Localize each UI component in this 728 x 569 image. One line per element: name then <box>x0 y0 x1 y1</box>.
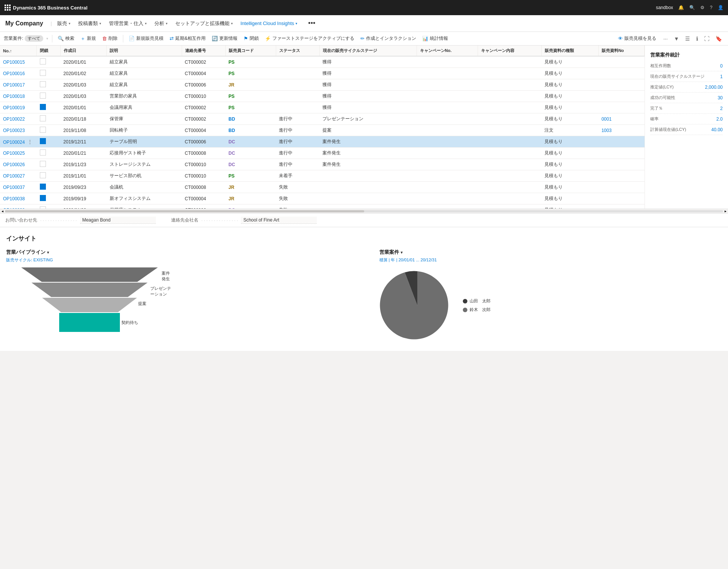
update-button[interactable]: 🔄 更新情報 <box>209 33 241 44</box>
company-name[interactable]: My Company <box>5 20 43 27</box>
closed-checkbox[interactable] <box>40 127 46 133</box>
list-view-icon[interactable]: ☰ <box>683 36 692 42</box>
app-logo[interactable]: Dynamics 365 Business Central <box>5 5 88 11</box>
table-row[interactable]: OP100019 2020/01/01 会議用家具 CT000002 PS 獲得… <box>0 102 645 113</box>
nav-item-mgmt[interactable]: 管理営業・仕入 ▾ <box>105 15 151 32</box>
table-row[interactable]: OP100016 2020/01/02 組立家具 CT000004 PS 獲得 … <box>0 68 645 79</box>
table-row[interactable]: OP100025 2020/01/21 応接用ゲスト椅子 CT000008 DC… <box>0 148 645 159</box>
closed-checkbox[interactable] <box>40 93 46 99</box>
opportunity-link[interactable]: OP100022 <box>3 116 25 122</box>
table-row[interactable]: OP100024 ⋮ 2019/12/11 テーブル照明 CT000006 DC… <box>0 136 645 148</box>
closed-checkbox[interactable] <box>40 104 46 110</box>
table-row[interactable]: OP100018 2020/01/03 営業部の家具 CT000010 PS 獲… <box>0 91 645 102</box>
nav-item-cloud[interactable]: Intelligent Cloud Insights ▾ <box>237 15 302 32</box>
closed-checkbox[interactable] <box>40 184 46 190</box>
opportunity-link[interactable]: OP100016 <box>3 71 25 76</box>
horizontal-scrollbar[interactable]: ◂ ▸ <box>0 209 728 213</box>
extend-button[interactable]: ⇄ 延期&相互作用 <box>167 33 209 44</box>
table-row[interactable]: OP100017 2020/01/03 組立家具 CT000006 JR 獲得 … <box>0 79 645 91</box>
expand-icon[interactable]: ⛶ <box>702 36 712 42</box>
scroll-right-icon[interactable]: ▸ <box>725 209 726 213</box>
opportunity-link[interactable]: OP100023 <box>3 128 25 133</box>
table-row[interactable]: OP100038 2019/09/19 新オフィスシステム CT000004 J… <box>0 193 645 204</box>
cell-no[interactable]: OP100016 <box>0 68 37 79</box>
closed-checkbox[interactable] <box>40 149 46 156</box>
opportunity-link[interactable]: OP100015 <box>3 60 25 65</box>
nav-item-sales[interactable]: 販売 ▾ <box>53 15 74 32</box>
help-icon[interactable]: ? <box>710 5 712 10</box>
search-icon[interactable]: 🔍 <box>689 5 695 10</box>
cell-no[interactable]: OP100027 <box>0 170 37 182</box>
cell-no[interactable]: OP100023 <box>0 125 37 136</box>
table-row[interactable]: OP100027 2019/11/01 サービス部の机 CT000010 PS … <box>0 170 645 182</box>
opportunity-link[interactable]: OP100017 <box>3 82 25 88</box>
cell-no[interactable]: OP100024 ⋮ <box>0 136 37 148</box>
scroll-left-icon[interactable]: ◂ <box>2 209 3 213</box>
view-quote-button[interactable]: 👁 販売見積を見る <box>615 33 659 44</box>
cell-no[interactable]: OP100017 <box>0 79 37 91</box>
closed-checkbox[interactable] <box>40 115 46 121</box>
closed-checkbox[interactable] <box>40 138 46 144</box>
opportunity-link[interactable]: OP100039 <box>3 207 25 209</box>
more-icon[interactable]: ··· <box>661 36 670 42</box>
closed-checkbox[interactable] <box>40 195 46 201</box>
scroll-thumb[interactable] <box>5 210 364 212</box>
filter-badge[interactable]: すべて <box>25 35 43 42</box>
closed-checkbox[interactable] <box>40 58 46 64</box>
opportunity-link[interactable]: OP100024 <box>3 140 25 145</box>
opportunity-link[interactable]: OP100038 <box>3 196 25 201</box>
chevron-down-icon[interactable]: ▾ <box>47 250 49 255</box>
table-row[interactable]: OP100023 2019/11/08 回転椅子 CT000004 BD 進行中… <box>0 125 645 136</box>
scroll-track[interactable] <box>5 210 723 212</box>
nav-item-analysis[interactable]: 分析 ▾ <box>151 15 171 32</box>
opportunity-link[interactable]: OP100027 <box>3 173 25 179</box>
waffle-icon[interactable] <box>5 5 11 11</box>
close-button[interactable]: ⚑ 閉鎖 <box>241 33 262 44</box>
new-button[interactable]: ＋ 新規 <box>77 33 99 44</box>
cell-no[interactable]: OP100025 <box>0 148 37 159</box>
user-icon[interactable]: 👤 <box>718 5 723 10</box>
table-row[interactable]: OP100026 2019/11/23 ストレージシステム CT000010 D… <box>0 159 645 170</box>
opportunity-link[interactable]: OP100025 <box>3 151 25 156</box>
table-row[interactable]: OP100037 2019/09/23 会議机 CT000008 JR 失敗 見… <box>0 182 645 193</box>
closed-checkbox[interactable] <box>40 161 46 167</box>
cell-no[interactable]: OP100039 <box>0 204 37 209</box>
interaction-button[interactable]: ✏ 作成とインタラクション <box>357 33 419 44</box>
opportunity-link[interactable]: OP100026 <box>3 162 25 167</box>
cell-desc: 保管庫システム <box>107 204 182 209</box>
row-context-icon[interactable]: ⋮ <box>26 139 34 145</box>
chevron-down-icon[interactable]: ▾ <box>401 250 403 255</box>
opportunity-link[interactable]: OP100018 <box>3 94 25 99</box>
settings-icon[interactable]: ⚙ <box>700 5 704 10</box>
bookmark-icon[interactable]: 🔖 <box>713 36 724 42</box>
nav-item-posting[interactable]: 投稿書類 ▾ <box>74 15 105 32</box>
cell-no[interactable]: OP100038 <box>0 193 37 204</box>
delete-button[interactable]: 🗑 削除 <box>99 33 121 44</box>
opportunity-link[interactable]: OP100019 <box>3 105 25 110</box>
closed-checkbox[interactable] <box>40 70 46 76</box>
closed-checkbox[interactable] <box>40 81 46 87</box>
new-quote-button[interactable]: 📄 新規販売見積 <box>126 33 167 44</box>
opportunity-link[interactable]: OP100037 <box>3 185 25 190</box>
nav-item-setup[interactable]: セットアップと拡張機能 ▾ <box>171 15 237 32</box>
info-icon[interactable]: ℹ <box>694 36 700 42</box>
stats-button[interactable]: 📊 統計情報 <box>419 33 451 44</box>
nav-more-button[interactable]: ••• <box>305 19 318 27</box>
cell-no[interactable]: OP100015 <box>0 56 37 68</box>
cell-no[interactable]: OP100018 <box>0 91 37 102</box>
bell-icon[interactable]: 🔔 <box>678 5 684 10</box>
search-button[interactable]: 🔍 検索 <box>55 33 77 44</box>
closed-checkbox[interactable] <box>40 172 46 178</box>
cell-no[interactable]: OP100022 <box>0 113 37 125</box>
closed-checkbox[interactable] <box>40 206 46 209</box>
activate-button[interactable]: ⚡ ファーストステージをアクティブにする <box>262 33 357 44</box>
table-row[interactable]: OP100015 2020/01/01 組立家具 CT000002 PS 獲得 … <box>0 56 645 68</box>
cell-cycle <box>319 204 417 209</box>
table-row[interactable]: OP100039 2020/01/02 保管庫システム CT000006 DC … <box>0 204 645 209</box>
cell-no[interactable]: OP100037 <box>0 182 37 193</box>
table-row[interactable]: OP100022 2020/01/18 保管庫 CT000002 BD 進行中 … <box>0 113 645 125</box>
cell-no[interactable]: OP100026 <box>0 159 37 170</box>
cell-no[interactable]: OP100019 <box>0 102 37 113</box>
filter-icon[interactable]: ▼ <box>671 36 681 42</box>
opportunities-table-container[interactable]: No.↑ 閉鎖 作成日 説明 連絡先番号 販売員コード ステータス 現在の販売サ… <box>0 46 645 209</box>
